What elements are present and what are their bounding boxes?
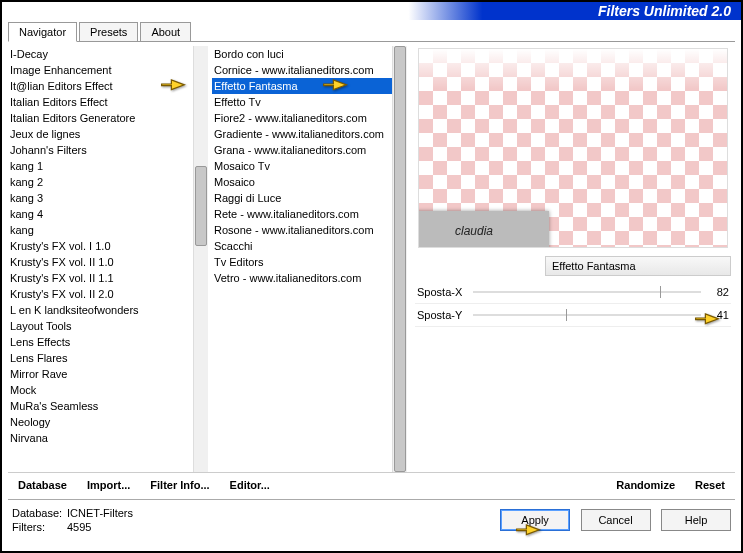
- list-item[interactable]: Layout Tools: [8, 318, 193, 334]
- filter-pane: Bordo con luciCornice - www.italianedito…: [212, 46, 407, 472]
- list-item[interactable]: Krusty's FX vol. II 2.0: [8, 286, 193, 302]
- list-item[interactable]: Image Enhancement: [8, 62, 193, 78]
- tab-navigator[interactable]: Navigator: [8, 22, 77, 42]
- param-row: Sposta-Y41: [415, 305, 731, 325]
- apply-button[interactable]: Apply: [500, 509, 570, 531]
- list-item[interactable]: Neology: [8, 414, 193, 430]
- command-row: Database Import... Filter Info... Editor…: [8, 472, 735, 495]
- filter-info-button[interactable]: Filter Info...: [150, 479, 209, 491]
- randomize-button[interactable]: Randomize: [616, 479, 675, 491]
- param-label: Sposta-Y: [417, 309, 467, 321]
- editor-button[interactable]: Editor...: [230, 479, 270, 491]
- list-item[interactable]: Effetto Fantasma: [212, 78, 392, 94]
- list-item[interactable]: kang 1: [8, 158, 193, 174]
- list-item[interactable]: Vetro - www.italianeditors.com: [212, 270, 392, 286]
- tab-strip: Navigator Presets About: [8, 22, 735, 42]
- list-item[interactable]: Italian Editors Generatore: [8, 110, 193, 126]
- list-item[interactable]: kang: [8, 222, 193, 238]
- list-item[interactable]: Jeux de lignes: [8, 126, 193, 142]
- list-item[interactable]: Italian Editors Effect: [8, 94, 193, 110]
- param-label: Sposta-X: [417, 286, 467, 298]
- filter-scrollbar[interactable]: [392, 46, 407, 472]
- list-item[interactable]: Raggi di Luce: [212, 190, 392, 206]
- list-item[interactable]: Mosaico: [212, 174, 392, 190]
- cancel-button[interactable]: Cancel: [581, 509, 651, 531]
- preview-params-pane: claudia Effetto Fantasma Sposta-X82Spost…: [407, 46, 735, 472]
- list-item[interactable]: kang 3: [8, 190, 193, 206]
- title-bar: Filters Unlimited 2.0: [2, 2, 741, 20]
- app-title: Filters Unlimited 2.0: [598, 3, 731, 19]
- list-item[interactable]: MuRa's Seamless: [8, 398, 193, 414]
- list-item[interactable]: Tv Editors: [212, 254, 392, 270]
- scrollbar-thumb[interactable]: [195, 166, 207, 246]
- list-item[interactable]: Rosone - www.italianeditors.com: [212, 222, 392, 238]
- list-item[interactable]: Nirvana: [8, 430, 193, 446]
- param-value: 82: [707, 286, 729, 298]
- preview-image: claudia: [418, 48, 728, 248]
- list-item[interactable]: Krusty's FX vol. II 1.1: [8, 270, 193, 286]
- param-row: Sposta-X82: [415, 282, 731, 302]
- list-item[interactable]: Bordo con luci: [212, 46, 392, 62]
- database-button[interactable]: Database: [18, 479, 67, 491]
- list-item[interactable]: Krusty's FX vol. II 1.0: [8, 254, 193, 270]
- category-list[interactable]: I-DecayImage EnhancementIt@lian Editors …: [8, 46, 193, 472]
- list-item[interactable]: Scacchi: [212, 238, 392, 254]
- list-item[interactable]: Gradiente - www.italianeditors.com: [212, 126, 392, 142]
- list-item[interactable]: kang 2: [8, 174, 193, 190]
- param-slider[interactable]: [473, 284, 701, 300]
- list-item[interactable]: Lens Flares: [8, 350, 193, 366]
- param-value: 41: [707, 309, 729, 321]
- param-slider[interactable]: [473, 307, 701, 323]
- footer: Database:ICNET-Filters Filters:4595 Appl…: [2, 500, 741, 540]
- filter-list[interactable]: Bordo con luciCornice - www.italianedito…: [212, 46, 392, 472]
- preview-fade: [419, 49, 727, 89]
- status-db-label: Database:: [12, 506, 67, 520]
- category-pane: I-DecayImage EnhancementIt@lian Editors …: [8, 46, 208, 472]
- main-area: I-DecayImage EnhancementIt@lian Editors …: [2, 42, 741, 472]
- import-button[interactable]: Import...: [87, 479, 130, 491]
- list-item[interactable]: Mock: [8, 382, 193, 398]
- status-filters-value: 4595: [67, 521, 91, 533]
- help-button[interactable]: Help: [661, 509, 731, 531]
- list-item[interactable]: Krusty's FX vol. I 1.0: [8, 238, 193, 254]
- list-item[interactable]: Rete - www.italianeditors.com: [212, 206, 392, 222]
- list-item[interactable]: Fiore2 - www.italianeditors.com: [212, 110, 392, 126]
- list-item[interactable]: Lens Effects: [8, 334, 193, 350]
- tab-about[interactable]: About: [140, 22, 191, 41]
- scrollbar-thumb[interactable]: [394, 46, 406, 472]
- list-item[interactable]: Grana - www.italianeditors.com: [212, 142, 392, 158]
- reset-button[interactable]: Reset: [695, 479, 725, 491]
- list-item[interactable]: kang 4: [8, 206, 193, 222]
- list-item[interactable]: It@lian Editors Effect: [8, 78, 193, 94]
- category-scrollbar[interactable]: [193, 46, 208, 472]
- list-item[interactable]: Cornice - www.italianeditors.com: [212, 62, 392, 78]
- status-block: Database:ICNET-Filters Filters:4595: [12, 506, 133, 534]
- effect-name-bar: Effetto Fantasma: [545, 256, 731, 276]
- preview-strip-label: claudia: [418, 211, 549, 248]
- status-db-value: ICNET-Filters: [67, 507, 133, 519]
- dialog-buttons: Apply Cancel Help: [494, 509, 731, 531]
- list-item[interactable]: Johann's Filters: [8, 142, 193, 158]
- tab-presets[interactable]: Presets: [79, 22, 138, 41]
- list-item[interactable]: Mosaico Tv: [212, 158, 392, 174]
- params-panel: Effetto Fantasma Sposta-X82Sposta-Y41: [415, 256, 731, 327]
- list-item[interactable]: Mirror Rave: [8, 366, 193, 382]
- list-item[interactable]: L en K landksiteofwonders: [8, 302, 193, 318]
- list-item[interactable]: I-Decay: [8, 46, 193, 62]
- status-filters-label: Filters:: [12, 520, 67, 534]
- list-item[interactable]: Effetto Tv: [212, 94, 392, 110]
